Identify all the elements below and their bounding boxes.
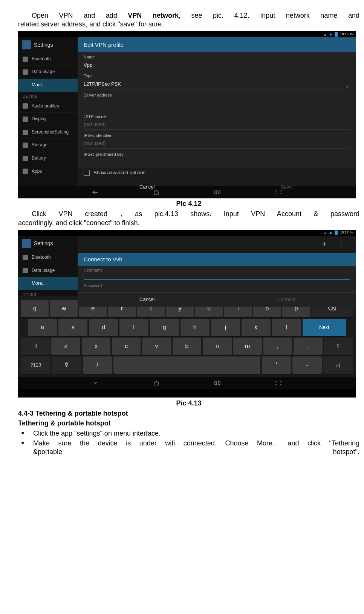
add-vpn-button[interactable]: + bbox=[322, 239, 327, 250]
caption-pic-4-13: Pic 4.13 bbox=[18, 399, 359, 408]
settings-header: Settings bbox=[18, 37, 78, 52]
screenshot-pic-4-12: ▲ 10:15 AM Settings Bluetooth Data usage… bbox=[18, 31, 356, 198]
screenshot-icon bbox=[23, 130, 28, 135]
key-shift-left[interactable]: ⇧ bbox=[21, 338, 50, 355]
type-select[interactable]: L2TP/IPSec PSK bbox=[84, 80, 350, 89]
sidebar-category-device: DEVICE bbox=[18, 92, 78, 100]
vpn-main-pane: + ⋮ Connect to Vvb Username Password Can… bbox=[78, 236, 356, 296]
cancel-button[interactable]: Cancel bbox=[78, 293, 217, 307]
battery-icon bbox=[335, 32, 338, 37]
key-j[interactable]: j bbox=[211, 319, 240, 336]
key-a[interactable]: a bbox=[28, 319, 57, 336]
sidebar-item-screenshot-setting[interactable]: ScreenshotSetting bbox=[18, 126, 78, 139]
key-dash[interactable]: - bbox=[292, 356, 322, 374]
sidebar-item-audio-profiles[interactable]: Audio profiles bbox=[18, 100, 78, 113]
l2tp-secret-label: L2TP secret bbox=[84, 114, 350, 119]
system-nav-bar bbox=[18, 377, 356, 389]
type-label: Type bbox=[84, 73, 350, 78]
caption-pic-4-12: Pic 4.12 bbox=[18, 200, 359, 208]
sidebar-item-data-usage[interactable]: Data usage bbox=[18, 264, 78, 277]
ipsec-psk-input[interactable] bbox=[84, 158, 350, 165]
key-b[interactable]: b bbox=[173, 338, 201, 355]
cancel-button[interactable]: Cancel bbox=[78, 180, 217, 194]
sidebar-item-more[interactable]: More... bbox=[18, 277, 78, 290]
sidebar-item-apps[interactable]: Apps bbox=[18, 165, 78, 178]
key-mic[interactable]: 🎙 bbox=[52, 356, 81, 374]
battery-settings-icon bbox=[23, 156, 28, 161]
key-slash[interactable]: / bbox=[83, 356, 112, 374]
key-apostrophe[interactable]: ' bbox=[262, 356, 291, 374]
show-advanced-checkbox[interactable]: Show advanced options bbox=[78, 166, 356, 180]
key-f[interactable]: f bbox=[119, 319, 148, 336]
key-q[interactable]: q bbox=[21, 300, 49, 317]
key-w[interactable]: w bbox=[50, 300, 78, 317]
key-z[interactable]: z bbox=[51, 338, 80, 355]
section-subheading: Tethering & portable hotspot bbox=[18, 419, 359, 428]
status-bar: ▲ 10:17 AM bbox=[18, 230, 356, 236]
sidebar-item-bluetooth[interactable]: Bluetooth bbox=[18, 52, 78, 66]
key-.[interactable]: . bbox=[294, 338, 322, 355]
overflow-menu-button[interactable]: ⋮ bbox=[338, 240, 344, 248]
key-n[interactable]: n bbox=[203, 338, 231, 355]
key-k[interactable]: k bbox=[242, 319, 271, 336]
dialog-title: Edit VPN profile bbox=[78, 37, 356, 52]
section-heading: 4.4-3 Tethering & portable hotspot bbox=[18, 409, 359, 418]
apps-icon bbox=[23, 169, 28, 174]
settings-app-icon bbox=[22, 40, 31, 49]
screenshot-pic-4-13: ▲ 10:17 AM Settings Bluetooth Data usage… bbox=[18, 230, 356, 398]
sidebar-item-storage[interactable]: Storage bbox=[18, 138, 78, 152]
ipsec-psk-label: IPSec pre-shared key bbox=[84, 152, 350, 157]
username-label: Username bbox=[84, 267, 350, 273]
key-c[interactable]: c bbox=[112, 338, 141, 355]
bullet-list: Click the app "settings" on menu interfa… bbox=[18, 429, 359, 456]
key-next[interactable]: Next bbox=[303, 319, 346, 336]
connect-button[interactable]: Connect bbox=[217, 293, 356, 307]
server-address-input[interactable] bbox=[84, 98, 350, 107]
data-usage-icon bbox=[23, 69, 28, 75]
key-d[interactable]: d bbox=[89, 319, 118, 336]
sidebar-item-display[interactable]: Display bbox=[18, 112, 78, 126]
bluetooth-icon bbox=[23, 57, 28, 62]
key-v[interactable]: v bbox=[142, 338, 171, 355]
key-h[interactable]: h bbox=[180, 319, 210, 336]
audio-icon bbox=[23, 103, 28, 109]
l2tp-secret-input[interactable]: (not used) bbox=[84, 120, 350, 130]
key-symbols[interactable]: ?123 bbox=[21, 356, 50, 374]
sidebar-item-more[interactable]: More... bbox=[18, 78, 78, 92]
data-usage-icon bbox=[23, 268, 28, 273]
key-smile[interactable]: :-) bbox=[323, 356, 353, 374]
signal-icon: ▲ bbox=[323, 32, 327, 37]
username-input[interactable] bbox=[84, 273, 350, 280]
keyboard-hide-nav-icon[interactable] bbox=[91, 381, 99, 386]
screenshot-nav-icon[interactable] bbox=[274, 381, 283, 386]
key-g[interactable]: g bbox=[150, 319, 179, 336]
key-s[interactable]: s bbox=[58, 319, 87, 336]
on-screen-keyboard: qwertyuiop⌫ asdfghjklNext ⇧zxcvbnm,.⇧ ?1… bbox=[18, 296, 356, 377]
name-label: Name bbox=[84, 54, 350, 60]
display-icon bbox=[23, 117, 28, 122]
key-space[interactable] bbox=[113, 356, 260, 374]
save-button[interactable]: Save bbox=[217, 180, 356, 194]
sidebar-item-battery[interactable]: Battery bbox=[18, 152, 78, 165]
key-m[interactable]: m bbox=[233, 338, 262, 355]
para2-line2: accordingly, and click "connect" to fini… bbox=[18, 219, 359, 227]
key-,[interactable]: , bbox=[263, 338, 292, 355]
settings-sidebar: Settings Bluetooth Data usage More... DE… bbox=[18, 37, 78, 186]
svg-rect-2 bbox=[215, 382, 217, 385]
recent-nav-icon[interactable] bbox=[213, 381, 222, 386]
edit-vpn-profile-dialog: Edit VPN profile NameVpp TypeL2TP/IPSec … bbox=[78, 37, 356, 168]
settings-sidebar: Settings Bluetooth Data usage More... DE… bbox=[18, 236, 78, 296]
sidebar-item-data-usage[interactable]: Data usage bbox=[18, 65, 78, 78]
checkbox-icon bbox=[84, 170, 90, 176]
sidebar-item-bluetooth[interactable]: Bluetooth bbox=[18, 251, 78, 264]
bullet-item-2: Make sure the device is under wifi conne… bbox=[18, 439, 359, 457]
key-l[interactable]: l bbox=[272, 319, 301, 336]
home-nav-icon[interactable] bbox=[152, 381, 161, 386]
settings-app-icon bbox=[22, 239, 31, 248]
svg-rect-3 bbox=[218, 382, 220, 385]
ipsec-identifier-input[interactable]: (not used) bbox=[84, 139, 350, 149]
key-x[interactable]: x bbox=[82, 338, 110, 355]
key-shift-right[interactable]: ⇧ bbox=[324, 338, 353, 355]
name-input[interactable]: Vpp bbox=[84, 61, 350, 71]
status-bar: ▲ 10:15 AM bbox=[18, 31, 356, 37]
